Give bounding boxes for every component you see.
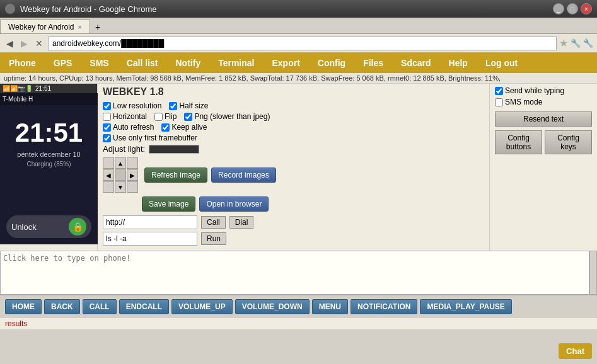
dpad: ▲ ◀ ▶ ▼ bbox=[103, 157, 138, 193]
menu-phone[interactable]: Phone bbox=[0, 53, 45, 73]
low-resolution-checkbox[interactable] bbox=[103, 102, 111, 110]
title-bar: Webkey for Android - Google Chrome _ □ × bbox=[0, 0, 597, 18]
forward-button[interactable]: ▶ bbox=[18, 37, 30, 50]
window-icon bbox=[5, 4, 15, 14]
png-checkbox[interactable] bbox=[184, 113, 192, 121]
call-key-button[interactable]: CALL bbox=[83, 299, 117, 314]
record-images-button[interactable]: Record images bbox=[211, 168, 276, 183]
dpad-up[interactable]: ▲ bbox=[115, 157, 126, 169]
minimize-button[interactable]: _ bbox=[553, 3, 564, 14]
phone-unlock-bar: Unlock 🔒 bbox=[6, 215, 91, 238]
cmd-row: Run bbox=[103, 232, 484, 246]
window-title: Webkey for Android - Google Chrome bbox=[20, 4, 553, 14]
horizontal-label[interactable]: Horizontal bbox=[103, 112, 147, 121]
send-while-typing-text: Send while typing bbox=[505, 86, 564, 95]
refresh-image-button[interactable]: Refresh image bbox=[144, 168, 207, 183]
chat-button[interactable]: Chat bbox=[559, 343, 592, 359]
menu-terminal[interactable]: Terminal bbox=[209, 53, 263, 73]
address-input[interactable] bbox=[48, 37, 557, 50]
menu-sdcard[interactable]: Sdcard bbox=[392, 53, 439, 73]
reload-button[interactable]: ✕ bbox=[33, 37, 45, 50]
settings-icon[interactable]: 🔧 bbox=[571, 38, 581, 48]
menu-export[interactable]: Export bbox=[263, 53, 308, 73]
tab-close-icon[interactable]: × bbox=[78, 23, 82, 31]
auto-refresh-label[interactable]: Auto refresh bbox=[103, 123, 154, 132]
png-text: Png (slower than jpeg) bbox=[194, 112, 270, 121]
status-text: uptime: 14 hours, CPUup: 13 hours, MemTo… bbox=[4, 74, 501, 82]
media-play-pause-key-button[interactable]: MEDIA_PLAY_PAUSE bbox=[420, 299, 511, 314]
close-button[interactable]: × bbox=[581, 3, 592, 14]
status-bar: uptime: 14 hours, CPUup: 13 hours, MemTo… bbox=[0, 73, 597, 84]
menu-notify[interactable]: Notify bbox=[167, 53, 210, 73]
auto-refresh-checkbox[interactable] bbox=[103, 123, 111, 132]
new-tab-button[interactable]: + bbox=[90, 21, 105, 33]
window-controls: _ □ × bbox=[553, 3, 592, 14]
volume-up-key-button[interactable]: VOLUME_UP bbox=[171, 299, 233, 314]
back-key-button[interactable]: BACK bbox=[44, 299, 80, 314]
config-buttons-button[interactable]: Config buttons bbox=[495, 130, 542, 154]
address-bar: ◀ ▶ ✕ ★ 🔧 🔧 bbox=[0, 34, 597, 53]
adjust-light-label: Adjust light: bbox=[103, 144, 145, 154]
volume-down-key-button[interactable]: VOLUME_DOWN bbox=[235, 299, 310, 314]
keep-alive-label[interactable]: Keep alive bbox=[161, 123, 207, 132]
resend-text-button[interactable]: Resend text bbox=[495, 111, 592, 127]
menu-calllist[interactable]: Call list bbox=[118, 53, 167, 73]
checkbox-row-2: Horizontal Flip Png (slower than jpeg) bbox=[103, 112, 484, 121]
send-while-typing-label[interactable]: Send while typing bbox=[495, 86, 592, 95]
endcall-key-button[interactable]: ENDCALL bbox=[119, 299, 169, 314]
url-input[interactable] bbox=[103, 215, 197, 229]
menu-sms[interactable]: SMS bbox=[81, 53, 117, 73]
cmd-input[interactable] bbox=[103, 232, 197, 246]
active-tab[interactable]: Webkey for Android × bbox=[0, 20, 90, 33]
adjust-light-slider[interactable] bbox=[149, 145, 199, 154]
maximize-button[interactable]: □ bbox=[567, 3, 578, 14]
phone-clock: 21:51 bbox=[35, 85, 51, 92]
dial-button[interactable]: Dial bbox=[229, 216, 254, 229]
send-while-typing-checkbox[interactable] bbox=[495, 87, 503, 95]
sms-mode-checkbox[interactable] bbox=[495, 98, 503, 106]
menu-help[interactable]: Help bbox=[440, 53, 477, 73]
open-browser-button[interactable]: Open in browser bbox=[199, 196, 269, 212]
dpad-left[interactable]: ◀ bbox=[103, 169, 114, 181]
low-resolution-label[interactable]: Low resolution bbox=[103, 101, 161, 110]
dpad-down[interactable]: ▼ bbox=[115, 181, 126, 193]
run-button[interactable]: Run bbox=[201, 232, 226, 245]
back-button[interactable]: ◀ bbox=[4, 37, 16, 50]
phone-date: péntek december 10 bbox=[0, 151, 98, 158]
flip-checkbox[interactable] bbox=[154, 113, 163, 121]
keep-alive-text: Keep alive bbox=[171, 123, 207, 132]
menu-icon[interactable]: 🔧 bbox=[583, 38, 593, 48]
keep-alive-checkbox[interactable] bbox=[161, 123, 170, 132]
menu-logout[interactable]: Log out bbox=[477, 53, 526, 73]
bookmark-icon[interactable]: ★ bbox=[559, 37, 568, 49]
first-framebuffer-checkbox[interactable] bbox=[103, 134, 111, 142]
save-image-button[interactable]: Save image bbox=[142, 196, 195, 212]
call-button[interactable]: Call bbox=[201, 216, 226, 229]
typing-area bbox=[0, 251, 597, 295]
typing-scrollbar[interactable] bbox=[589, 251, 597, 295]
webkey-title: WEBKEY 1.8 bbox=[103, 86, 484, 98]
first-framebuffer-label[interactable]: Use only first framebuffer bbox=[103, 134, 197, 142]
home-key-button[interactable]: HOME bbox=[5, 299, 42, 314]
phone-icons: 📶📶📷🔋 bbox=[3, 85, 33, 92]
phone-typing-textarea[interactable] bbox=[0, 251, 589, 295]
dpad-right[interactable]: ▶ bbox=[127, 169, 138, 181]
unlock-button[interactable]: 🔒 bbox=[69, 218, 86, 236]
menu-config[interactable]: Config bbox=[309, 53, 354, 73]
sms-mode-label[interactable]: SMS mode bbox=[495, 98, 592, 106]
url-row: Call Dial bbox=[103, 215, 484, 229]
phone-status-bar: 📶📶📷🔋 21:51 bbox=[0, 84, 97, 93]
flip-label[interactable]: Flip bbox=[154, 112, 177, 121]
dpad-center bbox=[115, 169, 126, 181]
png-label[interactable]: Png (slower than jpeg) bbox=[184, 112, 270, 121]
horizontal-checkbox[interactable] bbox=[103, 113, 111, 121]
menu-gps[interactable]: GPS bbox=[45, 53, 81, 73]
config-row: Config buttons Config keys bbox=[495, 130, 592, 154]
half-size-checkbox[interactable] bbox=[169, 102, 177, 110]
menu-files[interactable]: Files bbox=[354, 53, 392, 73]
half-size-label[interactable]: Half size bbox=[169, 101, 208, 110]
notification-key-button[interactable]: NOTIFICATION bbox=[351, 299, 417, 314]
menu-key-button[interactable]: MENU bbox=[312, 299, 348, 314]
first-framebuffer-text: Use only first framebuffer bbox=[113, 134, 197, 142]
config-keys-button[interactable]: Config keys bbox=[545, 130, 592, 154]
